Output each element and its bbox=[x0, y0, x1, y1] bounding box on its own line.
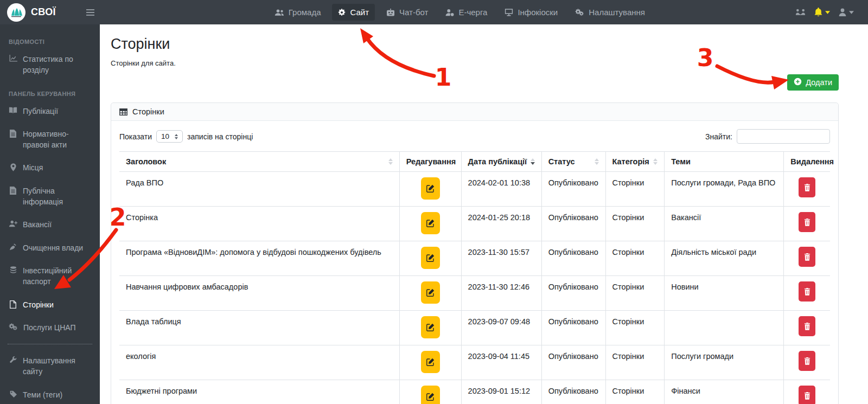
cell-title: Рада ВПО bbox=[119, 172, 399, 207]
trash-icon bbox=[804, 219, 810, 226]
gear-icon bbox=[338, 9, 346, 16]
search-input[interactable] bbox=[737, 129, 830, 144]
topnav-item-sait[interactable]: Сайт bbox=[332, 4, 375, 21]
cell-publish-date: 2023-11-30 15:57 bbox=[461, 241, 541, 276]
delete-button[interactable] bbox=[799, 386, 815, 404]
cell-edit bbox=[399, 276, 461, 311]
tag-icon bbox=[9, 390, 17, 397]
pencil-square-icon bbox=[426, 184, 435, 193]
delete-button[interactable] bbox=[799, 177, 815, 197]
sidebar-item-cnap-services[interactable]: Послуги ЦНАП bbox=[0, 316, 100, 339]
cell-category: Сторінки bbox=[605, 207, 665, 241]
table-icon bbox=[119, 108, 127, 116]
records-label: записів на сторінці bbox=[187, 132, 253, 141]
cell-category: Сторінки bbox=[605, 241, 665, 276]
column-header-3[interactable]: Дата публікації bbox=[461, 152, 541, 172]
cell-topics: Фінанси bbox=[665, 380, 784, 404]
kiosk-icon bbox=[505, 9, 513, 16]
user-menu[interactable] bbox=[839, 8, 854, 16]
user-queue-icon bbox=[445, 9, 454, 16]
cell-topics: Послуги громади, Рада ВПО bbox=[665, 172, 784, 207]
robot-icon bbox=[386, 9, 395, 16]
cell-topics: Діяльність міської ради bbox=[665, 241, 784, 276]
delete-button[interactable] bbox=[799, 212, 815, 232]
topnav-item-e-cherga[interactable]: Е-черга bbox=[439, 4, 493, 21]
table-row: Програма «ВідновиДІМ»: допомога у відбуд… bbox=[119, 241, 830, 276]
trash-icon bbox=[804, 184, 810, 191]
edit-button[interactable] bbox=[421, 281, 440, 304]
column-header-4[interactable]: Статус bbox=[541, 152, 605, 172]
delete-button[interactable] bbox=[799, 247, 815, 267]
cell-title: Сторінка bbox=[119, 207, 399, 241]
cell-category: Сторінки bbox=[605, 311, 665, 345]
notifications-menu[interactable] bbox=[814, 8, 830, 17]
wrench-icon bbox=[9, 356, 17, 363]
topnav-item-infokiosky[interactable]: Інфокіоски bbox=[499, 4, 564, 21]
sort-arrows-icon bbox=[388, 158, 393, 165]
card-header: Сторінки bbox=[111, 103, 838, 121]
map-pin-icon bbox=[9, 163, 17, 171]
cell-edit bbox=[399, 172, 461, 207]
cell-delete bbox=[784, 311, 830, 345]
sidebar-item-statistics[interactable]: Статистика по розділу bbox=[0, 48, 100, 82]
edit-button[interactable] bbox=[421, 177, 440, 200]
brand-name: СВОЇ bbox=[31, 7, 56, 18]
edit-button[interactable] bbox=[421, 247, 440, 269]
column-header-5[interactable]: Категорія bbox=[605, 152, 665, 172]
cell-status: Опубліковано bbox=[541, 345, 605, 380]
trash-icon bbox=[804, 253, 810, 261]
table-row: Сторінка2024-01-25 20:18ОпублікованоСтор… bbox=[119, 207, 830, 241]
doc-lines-icon bbox=[9, 130, 17, 138]
sidebar-item-legal-acts[interactable]: Нормативно-правові акти bbox=[0, 123, 100, 157]
sidebar-item-lustration[interactable]: Очищення влади bbox=[0, 236, 100, 259]
trash-icon bbox=[804, 288, 810, 296]
sidebar-item-publications[interactable]: Публікації bbox=[0, 100, 100, 123]
delete-button[interactable] bbox=[799, 316, 815, 336]
notifications-bell-icon bbox=[814, 8, 822, 17]
user-plus-icon bbox=[9, 220, 17, 227]
cell-delete bbox=[784, 241, 830, 276]
sidebar-item-investment-passport[interactable]: Інвестиційний паспорт bbox=[0, 259, 100, 293]
edit-button[interactable] bbox=[421, 351, 440, 373]
cell-publish-date: 2023-09-01 15:12 bbox=[461, 380, 541, 404]
cell-delete bbox=[784, 207, 830, 241]
edit-button[interactable] bbox=[421, 316, 440, 338]
cell-status: Опубліковано bbox=[541, 172, 605, 207]
delete-button[interactable] bbox=[799, 281, 815, 302]
coins-icon bbox=[9, 266, 17, 274]
topnav-item-nalashtuvannia[interactable]: Налаштування bbox=[569, 4, 651, 21]
pencil-square-icon bbox=[426, 358, 435, 366]
topnav-item-chat-bot[interactable]: Чат-бот bbox=[380, 4, 434, 21]
topnav-item-gromada[interactable]: Громада bbox=[269, 4, 327, 21]
sidebar-item-places[interactable]: Місця bbox=[0, 156, 100, 179]
brand[interactable]: СВОЇ bbox=[0, 3, 56, 22]
trash-icon bbox=[804, 392, 810, 400]
sort-arrows-icon bbox=[595, 158, 599, 165]
chart-line-icon bbox=[9, 55, 17, 62]
delete-button[interactable] bbox=[799, 351, 815, 371]
sidebar-item-site-settings[interactable]: Налаштування сайту bbox=[0, 349, 100, 383]
sidebar-item-public-info[interactable]: Публічна інформація bbox=[0, 179, 100, 214]
add-button[interactable]: Додати bbox=[787, 74, 839, 91]
sidebar-section-header: ВІДОМОСТІ bbox=[0, 30, 100, 48]
page-size-select[interactable]: 10 bbox=[156, 130, 183, 143]
trash-icon bbox=[804, 357, 810, 365]
sidebar-item-tags[interactable]: Теми (теги) bbox=[0, 383, 100, 404]
pages-card: Сторінки Показати 10 записів на сторінці… bbox=[111, 102, 839, 404]
brand-logo-icon bbox=[7, 3, 25, 22]
cell-category: Сторінки bbox=[605, 345, 665, 380]
column-header-1[interactable]: Заголовок bbox=[119, 152, 399, 172]
users-icon bbox=[275, 9, 284, 16]
main-content: Сторінки Сторінки для сайта. Додати Стор… bbox=[100, 24, 868, 404]
cell-status: Опубліковано bbox=[541, 380, 605, 404]
sidebar-item-vacancies[interactable]: Вакансії bbox=[0, 213, 100, 236]
cell-title: екологія bbox=[119, 345, 399, 380]
edit-button[interactable] bbox=[421, 212, 440, 234]
sidebar-item-pages[interactable]: Сторінки bbox=[0, 293, 100, 316]
page-title: Сторінки bbox=[111, 36, 839, 53]
hamburger-menu-icon[interactable] bbox=[86, 9, 94, 16]
edit-button[interactable] bbox=[421, 386, 440, 404]
cell-edit bbox=[399, 311, 461, 345]
cell-edit bbox=[399, 241, 461, 276]
partners-icon[interactable] bbox=[795, 9, 806, 16]
